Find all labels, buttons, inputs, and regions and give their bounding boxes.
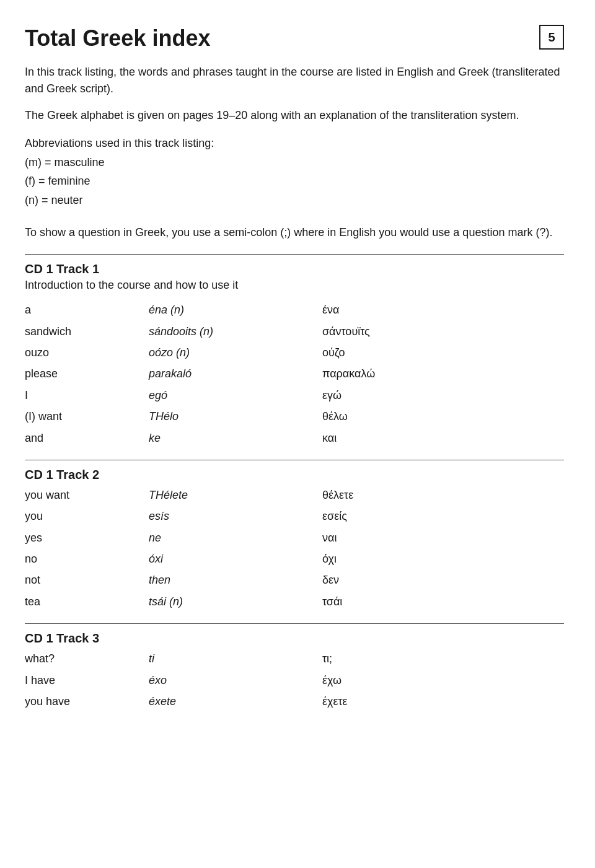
intro-paragraph-1: In this track listing, the words and phr… <box>25 64 564 97</box>
vocab-transliteration: ne <box>149 527 322 548</box>
vocab-english: and <box>25 427 149 449</box>
vocab-greek: εγώ <box>322 385 564 406</box>
vocab-table-track3: what?tiτι;I haveéxoέχωyou haveéxeteέχετε <box>25 648 564 712</box>
abbreviations-section: Abbreviations used in this track listing… <box>25 134 564 242</box>
table-row: andkeκαι <box>25 427 564 449</box>
vocab-english: you <box>25 506 149 527</box>
table-row: yesneναι <box>25 527 564 548</box>
vocab-greek: τι; <box>322 648 564 669</box>
vocab-greek: έχω <box>322 670 564 691</box>
vocab-greek: θέλω <box>322 406 564 427</box>
vocab-transliteration: THélete <box>149 484 322 506</box>
intro-paragraph-2: The Greek alphabet is given on pages 19–… <box>25 107 564 124</box>
vocab-english: sandwich <box>25 321 149 342</box>
vocab-greek: παρακαλώ <box>322 363 564 384</box>
divider-2 <box>25 460 564 460</box>
abbreviations-heading: Abbreviations used in this track listing… <box>25 134 564 153</box>
divider-1 <box>25 254 564 255</box>
vocab-transliteration: oózo (n) <box>149 342 322 363</box>
vocab-english: no <box>25 548 149 569</box>
page-header: Total Greek index 5 <box>25 25 564 51</box>
table-row: you haveéxeteέχετε <box>25 691 564 712</box>
table-row: youesísεσείς <box>25 506 564 527</box>
vocab-greek: και <box>322 427 564 449</box>
vocab-english: tea <box>25 591 149 612</box>
vocab-greek: θέλετε <box>322 484 564 506</box>
vocab-english: (I) want <box>25 406 149 427</box>
vocab-greek: ναι <box>322 527 564 548</box>
vocab-english: not <box>25 569 149 590</box>
table-row: notthenδεν <box>25 569 564 590</box>
table-row: you wantTHéleteθέλετε <box>25 484 564 506</box>
track-section-track1: CD 1 Track 1Introduction to the course a… <box>25 262 564 449</box>
vocab-english: you have <box>25 691 149 712</box>
vocab-english: please <box>25 363 149 384</box>
vocab-greek: όχι <box>322 548 564 569</box>
abbreviations-line3: (n) = neuter <box>25 191 564 210</box>
table-row: noóxiόχι <box>25 548 564 569</box>
divider-3 <box>25 623 564 624</box>
page-number: 5 <box>539 25 564 50</box>
vocab-greek: σάντουϊτς <box>322 321 564 342</box>
vocab-transliteration: egó <box>149 385 322 406</box>
vocab-table-track1: aéna (n)έναsandwichsándooits (n)σάντουϊτ… <box>25 299 564 449</box>
page-title: Total Greek index <box>25 25 210 51</box>
vocab-transliteration: éxete <box>149 691 322 712</box>
vocab-english: ouzo <box>25 342 149 363</box>
table-row: sandwichsándooits (n)σάντουϊτς <box>25 321 564 342</box>
track-section-track2: CD 1 Track 2you wantTHéleteθέλετεyouesís… <box>25 468 564 612</box>
table-row: what?tiτι; <box>25 648 564 669</box>
table-row: Iegóεγώ <box>25 385 564 406</box>
vocab-greek: τσάι <box>322 591 564 612</box>
vocab-english: yes <box>25 527 149 548</box>
vocab-transliteration: THélo <box>149 406 322 427</box>
track-subtitle-track1: Introduction to the course and how to us… <box>25 279 564 292</box>
abbreviations-line2: (f) = feminine <box>25 172 564 191</box>
table-row: (I) wantTHéloθέλω <box>25 406 564 427</box>
abbreviations-note: To show a question in Greek, you use a s… <box>25 223 564 242</box>
table-row: ouzooózo (n)ούζο <box>25 342 564 363</box>
vocab-transliteration: then <box>149 569 322 590</box>
vocab-transliteration: esís <box>149 506 322 527</box>
vocab-transliteration: óxi <box>149 548 322 569</box>
vocab-greek: δεν <box>322 569 564 590</box>
table-row: aéna (n)ένα <box>25 299 564 320</box>
vocab-english: a <box>25 299 149 320</box>
abbreviations-line1: (m) = masculine <box>25 153 564 172</box>
vocab-transliteration: éna (n) <box>149 299 322 320</box>
table-row: I haveéxoέχω <box>25 670 564 691</box>
vocab-greek: έχετε <box>322 691 564 712</box>
vocab-greek: εσείς <box>322 506 564 527</box>
vocab-transliteration: parakaló <box>149 363 322 384</box>
track-section-track3: CD 1 Track 3what?tiτι;I haveéxoέχωyou ha… <box>25 631 564 712</box>
table-row: teatsái (n)τσάι <box>25 591 564 612</box>
vocab-english: you want <box>25 484 149 506</box>
vocab-transliteration: éxo <box>149 670 322 691</box>
vocab-english: what? <box>25 648 149 669</box>
vocab-transliteration: sándooits (n) <box>149 321 322 342</box>
vocab-table-track2: you wantTHéleteθέλετεyouesísεσείςyesneνα… <box>25 484 564 612</box>
vocab-greek: ένα <box>322 299 564 320</box>
track-title-track1: CD 1 Track 1 <box>25 262 564 276</box>
vocab-greek: ούζο <box>322 342 564 363</box>
tracks-container: CD 1 Track 1Introduction to the course a… <box>25 254 564 712</box>
track-title-track2: CD 1 Track 2 <box>25 468 564 482</box>
vocab-transliteration: tsái (n) <box>149 591 322 612</box>
vocab-english: I have <box>25 670 149 691</box>
track-title-track3: CD 1 Track 3 <box>25 631 564 646</box>
vocab-transliteration: ti <box>149 648 322 669</box>
vocab-english: I <box>25 385 149 406</box>
vocab-transliteration: ke <box>149 427 322 449</box>
table-row: pleaseparakalóπαρακαλώ <box>25 363 564 384</box>
